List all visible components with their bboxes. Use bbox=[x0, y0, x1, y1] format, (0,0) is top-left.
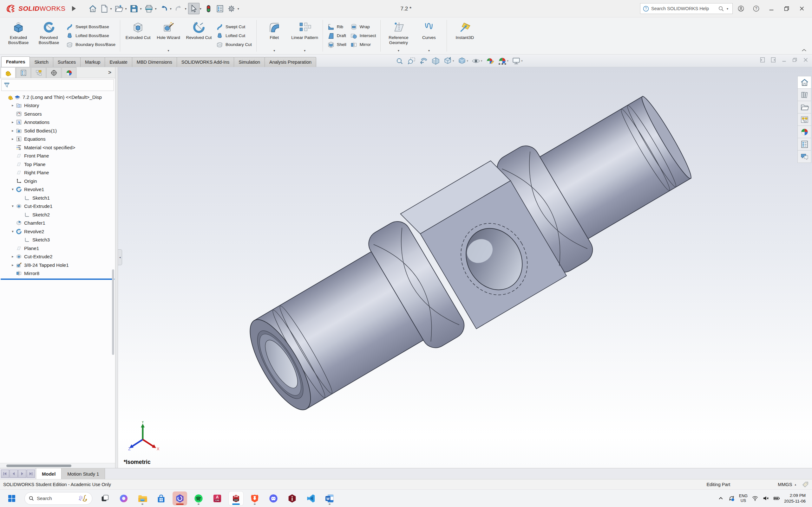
task-pane-library-button[interactable] bbox=[798, 89, 811, 101]
help-search-box[interactable]: ? ▾ bbox=[640, 3, 733, 14]
tab-features[interactable]: Features bbox=[1, 56, 30, 67]
tab-surfaces[interactable]: Surfaces bbox=[53, 57, 81, 67]
revolved-cut-button[interactable]: Revolved Cut bbox=[184, 19, 214, 53]
discord-button[interactable] bbox=[266, 492, 281, 505]
dropdown-caret[interactable]: ▾ bbox=[481, 59, 483, 62]
task-pane-custom-properties-button[interactable] bbox=[798, 138, 811, 151]
tree-item-sensors[interactable]: Sensors bbox=[0, 110, 115, 118]
linear-pattern-button[interactable]: Linear Pattern▾ bbox=[290, 19, 320, 53]
tree-item-sketch2[interactable]: Sketch2 bbox=[0, 210, 115, 219]
solidworks-button[interactable]: SW2025 bbox=[229, 492, 243, 505]
tree-expander[interactable]: ▸ bbox=[9, 120, 16, 124]
tree-item-revolve2[interactable]: ▾Revolve2 bbox=[0, 227, 115, 236]
word-button[interactable]: W bbox=[322, 492, 337, 505]
ribbon-collapse-chevron[interactable] bbox=[800, 47, 808, 53]
hole-wizard-button[interactable]: Hole Wizard▾ bbox=[153, 19, 184, 53]
tree-item-revolve1[interactable]: ▾Revolve1 bbox=[0, 185, 115, 194]
next-tab-button[interactable] bbox=[18, 469, 26, 478]
zoom-fit-button[interactable] bbox=[394, 56, 405, 66]
rib-button[interactable]: Rib bbox=[327, 23, 346, 31]
tree-expander[interactable]: ▸ bbox=[9, 263, 16, 267]
sync-status-icon[interactable] bbox=[728, 495, 735, 502]
tree-item-sketch1[interactable]: Sketch1 bbox=[0, 193, 115, 202]
display-pane-list-button[interactable] bbox=[214, 3, 226, 14]
redo-button[interactable] bbox=[173, 3, 185, 14]
pinned-app-button[interactable] bbox=[172, 492, 187, 505]
motion-study-tab[interactable]: Motion Study 1 bbox=[61, 468, 105, 479]
tree-expander[interactable]: ▸ bbox=[9, 137, 16, 141]
new-caret[interactable]: ▾ bbox=[110, 7, 112, 10]
close-button[interactable] bbox=[795, 3, 809, 14]
help-search-input[interactable] bbox=[651, 6, 716, 11]
taskbar-search[interactable] bbox=[24, 492, 92, 505]
lofted-boss-button[interactable]: Lofted Boss/Base bbox=[66, 32, 115, 40]
privacy-app-button[interactable] bbox=[285, 492, 299, 505]
boundary-boss-button[interactable]: Boundary Boss/Base bbox=[66, 41, 115, 49]
view-orientation-button[interactable]: ▾ bbox=[443, 56, 455, 66]
undo-caret[interactable]: ▾ bbox=[170, 7, 171, 10]
user-account-button[interactable] bbox=[734, 3, 748, 14]
options-gear-button[interactable] bbox=[226, 3, 237, 14]
task-pane-comments-button[interactable] bbox=[798, 150, 811, 163]
taskbar-search-input[interactable] bbox=[37, 496, 75, 501]
doc-close-icon[interactable] bbox=[803, 57, 809, 63]
tree-item-right-plane[interactable]: Right Plane bbox=[0, 169, 115, 177]
edit-appearance-button[interactable] bbox=[485, 56, 496, 66]
intersect-button[interactable]: Intersect bbox=[350, 32, 376, 40]
panel-flyout-chevron[interactable]: > bbox=[104, 67, 115, 78]
tab-markup[interactable]: Markup bbox=[80, 57, 105, 67]
tree-item-mirror8[interactable]: Mirror8 bbox=[0, 269, 115, 278]
fillet-button[interactable]: Fillet▾ bbox=[259, 19, 290, 53]
tree-item-history[interactable]: ▸History bbox=[0, 101, 115, 110]
undo-button[interactable] bbox=[158, 3, 170, 14]
microsoft-store-button[interactable] bbox=[154, 492, 168, 505]
wifi-icon[interactable] bbox=[752, 495, 758, 502]
tree-expander[interactable]: ▸ bbox=[9, 103, 16, 107]
save-button[interactable] bbox=[129, 3, 140, 14]
doc-minimize-icon[interactable] bbox=[781, 57, 787, 63]
dropdown-caret[interactable]: ▾ bbox=[467, 59, 468, 62]
tree-expander[interactable]: ▾ bbox=[9, 229, 16, 233]
select-caret[interactable]: ▾ bbox=[200, 7, 201, 10]
tree-item-equations[interactable]: ▸ΣEquations bbox=[0, 135, 115, 144]
swept-boss-button[interactable]: Swept Boss/Base bbox=[66, 23, 115, 31]
appearance-traffic-light-button[interactable] bbox=[203, 3, 214, 14]
dropdown-caret[interactable]: ▾ bbox=[507, 59, 509, 62]
tree-item-sketch3[interactable]: Sketch3 bbox=[0, 236, 115, 244]
restore-button[interactable] bbox=[780, 3, 794, 14]
property-manager-tab[interactable] bbox=[16, 67, 31, 78]
task-pane-home-button[interactable] bbox=[798, 76, 811, 89]
task-view-button[interactable] bbox=[98, 492, 112, 505]
panel-collapse-handle[interactable]: ◂ bbox=[118, 249, 122, 265]
help-button[interactable]: ? bbox=[749, 3, 763, 14]
collapse-pane-right-icon[interactable] bbox=[770, 57, 776, 63]
rollback-bar[interactable] bbox=[1, 279, 114, 280]
tree-item-cut-extrude1[interactable]: ▾Cut-Extrude1 bbox=[0, 202, 115, 211]
tag-icon[interactable] bbox=[802, 481, 809, 488]
open-caret[interactable]: ▾ bbox=[125, 7, 127, 10]
minimize-button[interactable] bbox=[764, 3, 778, 14]
section-view-button[interactable] bbox=[430, 56, 441, 66]
instant3d-button[interactable]: Instant3D bbox=[450, 19, 480, 53]
tree-expander[interactable]: ▸ bbox=[9, 129, 16, 133]
curves-button[interactable]: Curves▾ bbox=[414, 19, 444, 53]
autocad-button[interactable]: ACAD bbox=[210, 492, 224, 505]
feature-manager-tab[interactable] bbox=[1, 67, 15, 78]
linear-pattern-caret[interactable]: ▾ bbox=[304, 49, 305, 52]
panel-horizontal-scrollbar[interactable] bbox=[0, 463, 115, 468]
file-explorer-button[interactable] bbox=[135, 492, 150, 505]
extruded-boss-button[interactable]: Extruded Boss/Base bbox=[3, 19, 34, 53]
battery-icon[interactable] bbox=[773, 495, 780, 502]
lofted-cut-button[interactable]: Lofted Cut bbox=[216, 32, 252, 40]
task-pane-appearances-button[interactable] bbox=[798, 125, 811, 138]
options-caret[interactable]: ▾ bbox=[238, 7, 239, 10]
display-manager-tab[interactable] bbox=[61, 67, 77, 78]
curves-caret[interactable]: ▾ bbox=[428, 49, 430, 52]
tree-item-origin[interactable]: Origin bbox=[0, 177, 115, 185]
clock[interactable]: 2:09 PM2025-11-06 bbox=[784, 493, 806, 504]
revolved-boss-button[interactable]: Revolved Boss/Base bbox=[34, 19, 64, 53]
tree-item-annotations[interactable]: ▸AAnnotations bbox=[0, 118, 115, 127]
task-pane-view-palette-button[interactable] bbox=[798, 113, 811, 126]
tree-filter-bar[interactable] bbox=[1, 79, 114, 91]
mirror-button[interactable]: Mirror bbox=[350, 41, 376, 49]
